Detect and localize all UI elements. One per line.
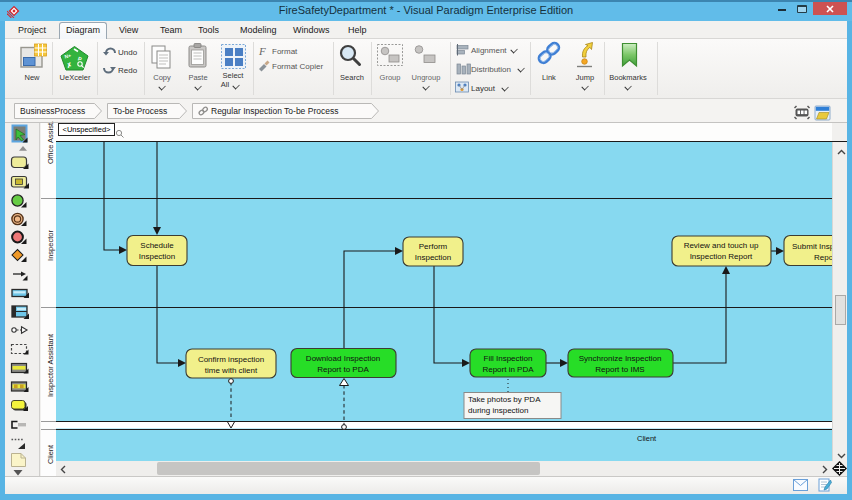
svg-text:Perform: Perform [419,242,448,251]
svg-text:Regular Inspection To-be Proce: Regular Inspection To-be Process [211,106,338,116]
svg-text:Report in PDA: Report in PDA [482,365,534,374]
svg-text:Fill Inspection: Fill Inspection [484,354,533,363]
svg-text:Submit Insp: Submit Insp [792,242,832,251]
svg-text:during inspection: during inspection [468,406,528,415]
svg-text:Inspection: Inspection [139,252,175,261]
svg-text:Confirm inspection: Confirm inspection [198,355,264,364]
svg-text:Inspection: Inspection [415,253,451,262]
svg-text:Download Inspection: Download Inspection [306,354,380,363]
svg-text:F: F [258,45,266,57]
svg-text:Inspection Report: Inspection Report [690,252,753,261]
svg-text:Take photos by PDA: Take photos by PDA [468,395,541,404]
svg-text:Report to IMS: Report to IMS [595,365,644,374]
svg-text:Review and touch up: Review and touch up [684,241,759,250]
svg-text:Synchronize Inspection: Synchronize Inspection [579,354,662,363]
svg-text:Client: Client [637,434,657,443]
svg-text:time with client: time with client [205,366,258,375]
svg-text:Repor: Repor [814,253,832,262]
svg-text:To-be Process: To-be Process [113,106,167,116]
svg-text:Schedule: Schedule [140,241,174,250]
svg-text:Report to PDA: Report to PDA [317,365,369,374]
